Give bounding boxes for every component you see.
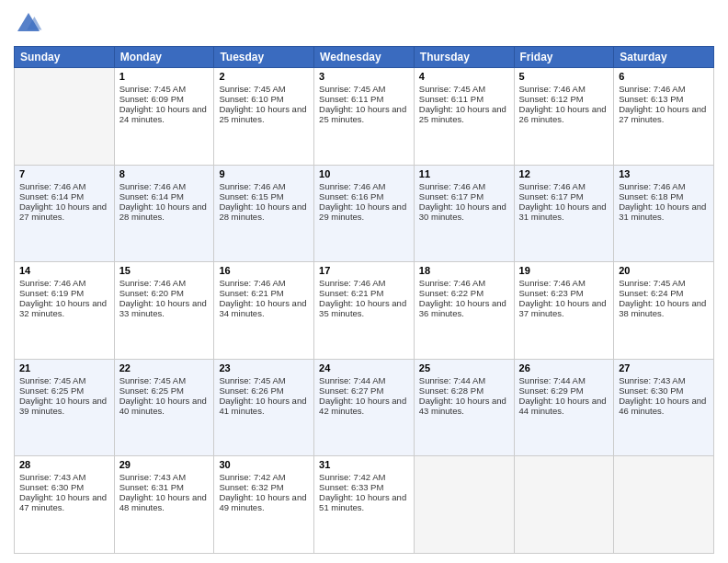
sunset-text: Sunset: 6:24 PM: [619, 288, 709, 298]
sunrise-text: Sunrise: 7:46 AM: [119, 278, 210, 288]
daylight-text: Daylight: 10 hours and 39 minutes.: [19, 396, 109, 416]
calendar-cell: 27Sunrise: 7:43 AMSunset: 6:30 PMDayligh…: [614, 359, 714, 456]
calendar-cell: 22Sunrise: 7:45 AMSunset: 6:25 PMDayligh…: [114, 359, 214, 456]
daylight-text: Daylight: 10 hours and 46 minutes.: [619, 396, 709, 416]
sunrise-text: Sunrise: 7:46 AM: [419, 181, 509, 191]
sunrise-text: Sunrise: 7:42 AM: [219, 472, 309, 482]
sunrise-text: Sunrise: 7:44 AM: [419, 375, 509, 385]
week-row-5: 28Sunrise: 7:43 AMSunset: 6:30 PMDayligh…: [15, 456, 714, 554]
calendar-cell: [15, 68, 115, 166]
sunset-text: Sunset: 6:21 PM: [219, 288, 309, 298]
calendar-cell: 19Sunrise: 7:46 AMSunset: 6:23 PMDayligh…: [514, 262, 614, 360]
day-number: 7: [19, 168, 109, 179]
daylight-text: Daylight: 10 hours and 43 minutes.: [419, 396, 509, 416]
sunset-text: Sunset: 6:15 PM: [219, 191, 309, 201]
day-number: 21: [19, 362, 109, 373]
calendar-cell: 26Sunrise: 7:44 AMSunset: 6:29 PMDayligh…: [514, 359, 614, 456]
daylight-text: Daylight: 10 hours and 27 minutes.: [619, 104, 709, 124]
col-header-tuesday: Tuesday: [214, 47, 314, 68]
sunrise-text: Sunrise: 7:46 AM: [519, 181, 609, 191]
day-number: 15: [119, 265, 210, 276]
calendar-cell: 17Sunrise: 7:46 AMSunset: 6:21 PMDayligh…: [314, 262, 415, 360]
sunset-text: Sunset: 6:13 PM: [619, 94, 709, 104]
calendar-cell: 6Sunrise: 7:46 AMSunset: 6:13 PMDaylight…: [614, 68, 714, 166]
sunrise-text: Sunrise: 7:46 AM: [19, 278, 109, 288]
calendar-cell: 21Sunrise: 7:45 AMSunset: 6:25 PMDayligh…: [15, 359, 115, 456]
sunrise-text: Sunrise: 7:42 AM: [319, 472, 409, 482]
day-number: 20: [619, 265, 709, 276]
sunset-text: Sunset: 6:33 PM: [319, 482, 409, 492]
day-number: 4: [419, 71, 509, 82]
daylight-text: Daylight: 10 hours and 25 minutes.: [219, 104, 309, 124]
day-number: 22: [119, 362, 210, 373]
day-number: 3: [319, 71, 409, 82]
calendar-cell: 4Sunrise: 7:45 AMSunset: 6:11 PMDaylight…: [414, 68, 514, 166]
day-number: 28: [19, 459, 109, 470]
day-number: 27: [619, 362, 709, 373]
sunrise-text: Sunrise: 7:43 AM: [19, 472, 109, 482]
daylight-text: Daylight: 10 hours and 44 minutes.: [519, 396, 609, 416]
daylight-text: Daylight: 10 hours and 47 minutes.: [19, 492, 109, 512]
sunrise-text: Sunrise: 7:46 AM: [619, 181, 709, 191]
sunrise-text: Sunrise: 7:46 AM: [19, 181, 109, 191]
sunrise-text: Sunrise: 7:45 AM: [319, 84, 409, 94]
calendar-page: SundayMondayTuesdayWednesdayThursdayFrid…: [0, 0, 728, 563]
sunrise-text: Sunrise: 7:43 AM: [619, 375, 709, 385]
header: [14, 9, 714, 39]
daylight-text: Daylight: 10 hours and 34 minutes.: [219, 298, 309, 318]
daylight-text: Daylight: 10 hours and 40 minutes.: [119, 396, 210, 416]
sunset-text: Sunset: 6:32 PM: [219, 482, 309, 492]
sunrise-text: Sunrise: 7:46 AM: [319, 181, 409, 191]
calendar-cell: 3Sunrise: 7:45 AMSunset: 6:11 PMDaylight…: [314, 68, 415, 166]
calendar-cell: 2Sunrise: 7:45 AMSunset: 6:10 PMDaylight…: [214, 68, 314, 166]
daylight-text: Daylight: 10 hours and 32 minutes.: [19, 298, 109, 318]
sunset-text: Sunset: 6:20 PM: [119, 288, 210, 298]
calendar-cell: [414, 456, 514, 554]
sunrise-text: Sunrise: 7:44 AM: [319, 375, 409, 385]
col-header-monday: Monday: [114, 47, 214, 68]
daylight-text: Daylight: 10 hours and 51 minutes.: [319, 492, 409, 512]
day-number: 8: [119, 168, 210, 179]
calendar-cell: [614, 456, 714, 554]
sunset-text: Sunset: 6:14 PM: [119, 191, 210, 201]
sunset-text: Sunset: 6:27 PM: [319, 385, 409, 396]
col-header-wednesday: Wednesday: [314, 47, 415, 68]
sunrise-text: Sunrise: 7:45 AM: [219, 84, 309, 94]
daylight-text: Daylight: 10 hours and 27 minutes.: [19, 201, 109, 222]
daylight-text: Daylight: 10 hours and 29 minutes.: [319, 201, 409, 222]
week-row-4: 21Sunrise: 7:45 AMSunset: 6:25 PMDayligh…: [15, 359, 714, 456]
sunrise-text: Sunrise: 7:44 AM: [519, 375, 609, 385]
sunset-text: Sunset: 6:29 PM: [519, 385, 609, 396]
sunrise-text: Sunrise: 7:45 AM: [619, 278, 709, 288]
calendar-cell: 31Sunrise: 7:42 AMSunset: 6:33 PMDayligh…: [314, 456, 415, 554]
sunset-text: Sunset: 6:10 PM: [219, 94, 309, 104]
sunset-text: Sunset: 6:31 PM: [119, 482, 210, 492]
sunset-text: Sunset: 6:11 PM: [419, 94, 509, 104]
calendar-cell: 16Sunrise: 7:46 AMSunset: 6:21 PMDayligh…: [214, 262, 314, 360]
sunrise-text: Sunrise: 7:46 AM: [419, 278, 509, 288]
calendar-cell: 5Sunrise: 7:46 AMSunset: 6:12 PMDaylight…: [514, 68, 614, 166]
sunset-text: Sunset: 6:17 PM: [519, 191, 609, 201]
sunset-text: Sunset: 6:18 PM: [619, 191, 709, 201]
calendar-cell: 7Sunrise: 7:46 AMSunset: 6:14 PMDaylight…: [15, 165, 115, 262]
sunset-text: Sunset: 6:16 PM: [319, 191, 409, 201]
calendar-cell: 18Sunrise: 7:46 AMSunset: 6:22 PMDayligh…: [414, 262, 514, 360]
col-header-friday: Friday: [514, 47, 614, 68]
daylight-text: Daylight: 10 hours and 25 minutes.: [319, 104, 409, 124]
sunset-text: Sunset: 6:14 PM: [19, 191, 109, 201]
sunset-text: Sunset: 6:28 PM: [419, 385, 509, 396]
day-number: 30: [219, 459, 309, 470]
calendar-cell: 9Sunrise: 7:46 AMSunset: 6:15 PMDaylight…: [214, 165, 314, 262]
calendar-cell: 23Sunrise: 7:45 AMSunset: 6:26 PMDayligh…: [214, 359, 314, 456]
day-number: 11: [419, 168, 509, 179]
sunrise-text: Sunrise: 7:45 AM: [219, 375, 309, 385]
calendar-cell: 28Sunrise: 7:43 AMSunset: 6:30 PMDayligh…: [15, 456, 115, 554]
sunrise-text: Sunrise: 7:46 AM: [519, 278, 609, 288]
sunrise-text: Sunrise: 7:46 AM: [619, 84, 709, 94]
sunrise-text: Sunrise: 7:46 AM: [219, 181, 309, 191]
daylight-text: Daylight: 10 hours and 26 minutes.: [519, 104, 609, 124]
day-number: 25: [419, 362, 509, 373]
sunset-text: Sunset: 6:30 PM: [619, 385, 709, 396]
calendar-cell: 13Sunrise: 7:46 AMSunset: 6:18 PMDayligh…: [614, 165, 714, 262]
calendar-table: SundayMondayTuesdayWednesdayThursdayFrid…: [14, 46, 714, 554]
